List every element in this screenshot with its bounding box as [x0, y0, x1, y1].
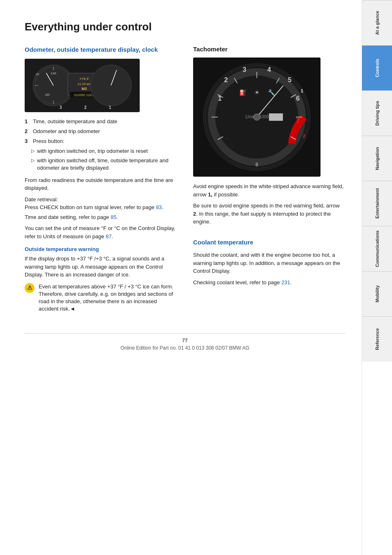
item-3-num: 3 — [25, 138, 30, 145]
list-item-1: 1 Time, outside temperature and date — [25, 118, 177, 125]
bullet-text-1: with ignition switched on, trip odometer… — [37, 147, 148, 155]
svg-point-46 — [254, 114, 260, 120]
coolant-para2: Checking coolant level, refer to page 23… — [193, 279, 345, 287]
svg-text:1: 1 — [301, 88, 303, 93]
tachometer-image: 1 2 3 4 5 6 7 8 1/min x 1000 — [193, 58, 321, 177]
page-title: Everything under control — [25, 21, 345, 33]
time-date-text: Time and date setting, refer to page — [25, 214, 111, 220]
outside-temp-heading: Outside temperature warning — [25, 246, 177, 252]
svg-text:☀: ☀ — [254, 89, 260, 96]
svg-text:2: 2 — [303, 134, 305, 138]
svg-text:140: 140 — [51, 71, 56, 75]
footer: 77 Online Edition for Part no. 01 41 0 0… — [25, 333, 345, 351]
bullet-arrow-1: ▷ — [31, 148, 35, 155]
coolant-heading: Coolant temperature — [193, 238, 345, 246]
back-marker: ◄ — [70, 306, 75, 312]
bullet-text-2: with ignition switched off, time, outsid… — [37, 157, 177, 172]
item-3-text: Press button: — [33, 138, 65, 145]
footer-text: Online Edition for Part no. 01 41 0 013 … — [25, 345, 345, 351]
sidebar-tab-communications[interactable]: Communications — [362, 226, 392, 271]
coolant-section: Coolant temperature Should the coolant, … — [193, 238, 345, 287]
time-date-end: . — [117, 214, 118, 220]
svg-text:M3: M3 — [82, 87, 87, 91]
time-date-link[interactable]: 85 — [111, 214, 116, 220]
tacho-para2-end: . In this range, the fuel supply is inte… — [193, 211, 331, 225]
sidebar-tab-at-a-glance[interactable]: At a glance — [362, 0, 392, 45]
time-date-setting: Time and date setting, refer to page 85. — [25, 213, 177, 221]
sidebar-tab-navigation[interactable]: Navigation — [362, 136, 392, 181]
tacho-para1-end: if possible. — [212, 191, 239, 198]
page-number: 77 — [25, 338, 345, 343]
main-content: Everything under control Odometer, outsi… — [0, 0, 362, 555]
svg-text:4: 4 — [267, 66, 271, 73]
sidebar-tab-entertainment[interactable]: Entertainment — [362, 181, 392, 226]
coolant-para2-text: Checking coolant level, refer to page — [193, 279, 281, 286]
svg-text:1: 1 — [218, 95, 222, 102]
coolant-para1: Should the coolant, and with it the engi… — [193, 251, 345, 275]
right-sidebar: At a glance Controls Driving tips Naviga… — [362, 0, 392, 555]
warning-box: ⚠ Even at temperatures above +37 °F / +3… — [25, 283, 177, 313]
sidebar-tab-controls[interactable]: Controls — [362, 45, 392, 90]
warning-icon: ⚠ — [25, 283, 35, 293]
units-end: . — [112, 233, 113, 240]
page-wrapper: Everything under control Odometer, outsi… — [0, 0, 392, 555]
coolant-link[interactable]: 231 — [281, 279, 291, 286]
svg-text:-20: -20 — [35, 73, 39, 76]
svg-text:3: 3 — [60, 105, 62, 110]
tachometer-para1: Avoid engine speeds in the white-striped… — [193, 182, 345, 198]
sidebar-tab-driving-tips[interactable]: Driving tips — [362, 90, 392, 136]
tacho-para2-text: Be sure to avoid engine speeds in the re… — [193, 203, 339, 209]
sidebar-tab-mobility[interactable]: Mobility — [362, 271, 392, 316]
svg-text:⛽: ⛽ — [239, 89, 247, 96]
bullet-item-2: ▷ with ignition switched off, time, outs… — [31, 157, 177, 172]
tacho-arrow1: 1, — [208, 191, 212, 198]
svg-text:+74 F: +74 F — [79, 77, 89, 81]
svg-text:8: 8 — [256, 162, 258, 168]
svg-text:🔧: 🔧 — [268, 89, 275, 96]
svg-text:11:15 am: 11:15 am — [77, 82, 91, 86]
right-column: Tachometer — [193, 46, 345, 317]
item-1-text: Time, outside temperature and date — [33, 118, 117, 125]
bullet-item-1: ▷ with ignition switched on, trip odomet… — [31, 147, 177, 155]
odometer-section-heading: Odometer, outside temperature display, c… — [25, 46, 177, 54]
date-retrieval-link[interactable]: 83 — [156, 204, 161, 210]
numbered-list: 1 Time, outside temperature and date 2 O… — [25, 118, 177, 145]
svg-text:7: 7 — [296, 117, 300, 124]
instrument-cluster-image: 140 -20 -1 180 +74 F 11:15 am M3 012050 … — [25, 59, 140, 112]
coolant-end: . — [290, 279, 292, 286]
tachometer-heading: Tachometer — [193, 46, 345, 53]
units-link[interactable]: 87 — [106, 233, 111, 240]
svg-text:3: 3 — [243, 66, 247, 73]
date-retrieval-end: . — [162, 204, 164, 210]
svg-text:2: 2 — [224, 76, 228, 83]
date-retrieval-text: Press CHECK button on turn signal lever,… — [25, 204, 156, 210]
two-column-layout: Odometer, outside temperature display, c… — [25, 46, 345, 317]
list-item-3: 3 Press button: — [25, 138, 177, 145]
warning-text: Even at temperatures above +37 °F / +3 °… — [39, 283, 173, 312]
list-item-2: 2 Odometer and trip odometer — [25, 128, 177, 135]
sidebar-tab-reference[interactable]: Reference — [362, 316, 392, 362]
svg-text:1: 1 — [109, 105, 111, 110]
warning-text-content: Even at temperatures above +37 °F / +3 °… — [39, 283, 177, 313]
date-retrieval-label: Date retrieval: Press CHECK button on tu… — [25, 196, 177, 212]
svg-text:6: 6 — [296, 95, 300, 102]
outside-temp-para: If the display drops to +37 °F /+3 °C, a… — [25, 255, 177, 279]
units-para: You can set the unit of measure °F or °C… — [25, 224, 177, 240]
svg-text:180: 180 — [45, 93, 50, 96]
units-text: You can set the unit of measure °F or °C… — [25, 225, 175, 240]
bullet-arrow-2: ▷ — [31, 157, 35, 172]
item-2-text: Odometer and trip odometer — [33, 128, 100, 135]
tachometer-para2: Be sure to avoid engine speeds in the re… — [193, 202, 345, 226]
left-column: Odometer, outside temperature display, c… — [25, 46, 177, 317]
bullet-list: ▷ with ignition switched on, trip odomet… — [25, 147, 177, 172]
item-2-num: 2 — [25, 128, 30, 135]
svg-text:5: 5 — [288, 76, 292, 83]
item-1-num: 1 — [25, 118, 30, 125]
svg-text:012050  123.8: 012050 123.8 — [74, 93, 95, 97]
date-retrieval-label-text: Date retrieval: — [25, 196, 58, 203]
radio-readiness-para: From radio readiness the outside tempera… — [25, 176, 177, 192]
svg-text:2: 2 — [84, 105, 87, 110]
